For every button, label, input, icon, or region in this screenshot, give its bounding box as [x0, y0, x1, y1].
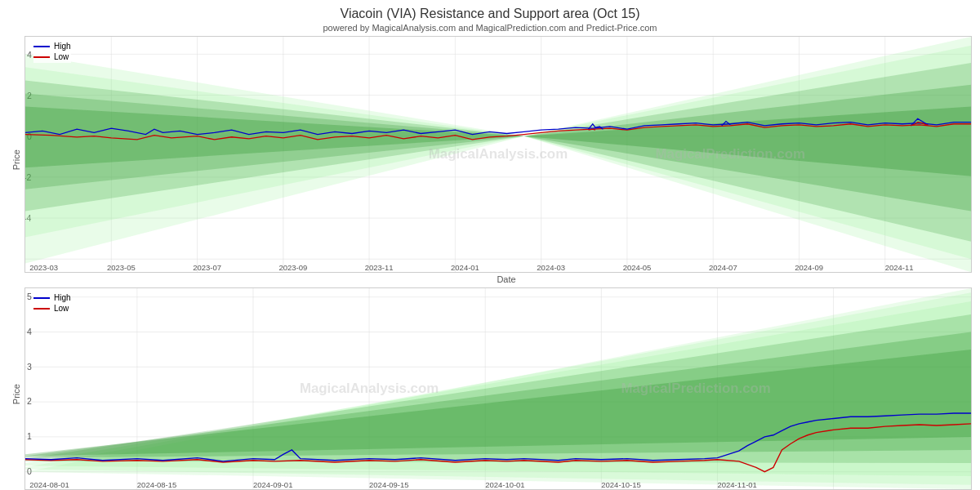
top-legend-high: High	[33, 42, 71, 51]
svg-text:2024-11-01: 2024-11-01	[717, 480, 756, 489]
subtitle: powered by MagicalAnalysis.com and Magic…	[0, 23, 980, 36]
high-line-indicator	[33, 46, 50, 47]
bottom-legend-high: High	[33, 293, 71, 302]
bottom-legend-low: Low	[33, 304, 71, 313]
svg-text:2023-11: 2023-11	[365, 263, 394, 272]
svg-text:2024-10-01: 2024-10-01	[485, 480, 524, 489]
bottom-legend-high-label: High	[54, 293, 71, 302]
svg-text:2023-05: 2023-05	[107, 263, 136, 272]
svg-text:4: 4	[27, 327, 32, 336]
top-chart-svg: 4 2 0 -2 -4	[25, 37, 971, 272]
page-container: Viacoin (VIA) Resistance and Support are…	[0, 0, 980, 490]
top-legend: High Low	[33, 42, 71, 63]
svg-text:MagicalAnalysis.com: MagicalAnalysis.com	[300, 381, 439, 397]
svg-text:2024-08-15: 2024-08-15	[137, 480, 176, 489]
bottom-high-line-indicator	[33, 297, 50, 299]
svg-text:3: 3	[27, 362, 32, 372]
svg-text:5: 5	[27, 292, 32, 301]
bottom-chart-wrapper: Price High Low	[8, 287, 972, 490]
svg-text:2024-10-15: 2024-10-15	[601, 480, 640, 489]
top-legend-high-label: High	[54, 42, 71, 51]
svg-text:2024-05: 2024-05	[623, 263, 652, 272]
svg-text:2024-03: 2024-03	[537, 263, 565, 272]
main-title: Viacoin (VIA) Resistance and Support are…	[0, 0, 980, 23]
bottom-y-axis-label: Price	[8, 287, 24, 490]
top-legend-low: Low	[33, 52, 71, 61]
svg-text:2023-03: 2023-03	[29, 263, 58, 272]
top-chart-area: High Low	[24, 36, 972, 273]
top-legend-low-label: Low	[54, 52, 69, 61]
bottom-low-line-indicator	[33, 308, 50, 310]
svg-text:2: 2	[27, 396, 32, 406]
bottom-legend: High Low	[33, 293, 71, 314]
svg-text:2024-09-15: 2024-09-15	[369, 480, 408, 489]
top-x-axis-label: Date	[24, 273, 972, 284]
svg-text:2024-09-01: 2024-09-01	[253, 480, 292, 489]
svg-text:1: 1	[27, 431, 32, 441]
top-chart-wrapper: Price High Low	[8, 36, 972, 284]
svg-text:2024-08-01: 2024-08-01	[29, 480, 69, 489]
svg-text:2024-01: 2024-01	[451, 263, 479, 272]
bottom-chart-area: High Low	[24, 287, 972, 490]
svg-text:MagicalPrediction.com: MagicalPrediction.com	[621, 381, 770, 397]
svg-text:MagicalPrediction.com: MagicalPrediction.com	[656, 146, 805, 162]
svg-text:2024-07: 2024-07	[709, 263, 737, 272]
top-y-axis-label: Price	[8, 36, 24, 284]
charts-container: Price High Low	[0, 36, 980, 490]
bottom-chart-svg: 5 4 3 2 1 0	[25, 288, 971, 489]
low-line-indicator	[33, 56, 50, 58]
svg-text:2023-07: 2023-07	[193, 263, 221, 272]
svg-text:2023-09: 2023-09	[279, 263, 308, 272]
svg-text:MagicalAnalysis.com: MagicalAnalysis.com	[429, 146, 568, 162]
svg-text:2024-09: 2024-09	[795, 263, 823, 272]
bottom-legend-low-label: Low	[54, 304, 69, 313]
svg-text:2024-11: 2024-11	[885, 263, 914, 272]
